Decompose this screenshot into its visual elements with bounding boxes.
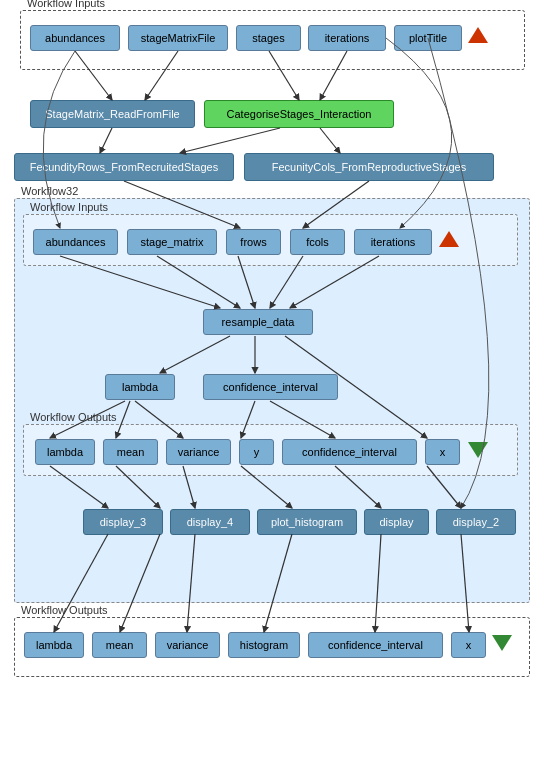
node-mean-inner: mean [103,439,158,465]
green-triangle-bottom [492,635,512,651]
node-x-bottom: x [451,632,486,658]
node-confidence-interval-bottom: confidence_interval [308,632,443,658]
svg-line-6 [180,128,280,153]
node-y-inner: y [239,439,274,465]
node-stage-matrix: stage_matrix [127,229,217,255]
green-triangle-inner [468,442,488,458]
node-display3: display_3 [83,509,163,535]
main-container: Workflow Inputs abundances stageMatrixFi… [0,0,544,772]
node-lambda-out-inner: lambda [35,439,95,465]
node-lambda-bottom: lambda [24,632,84,658]
svg-line-7 [320,128,340,153]
node-display2: display_2 [436,509,516,535]
node-variance-bottom: variance [155,632,220,658]
node-lambda-inner: lambda [105,374,175,400]
node-iterations-top: iterations [308,25,386,51]
node-confidence-interval-out-inner: confidence_interval [282,439,417,465]
node-categorisestages: CategoriseStages_Interaction [204,100,394,128]
node-iterations-inner: iterations [354,229,432,255]
node-frows: frows [226,229,281,255]
workflow-outputs-label-bottom: Workflow Outputs [21,604,108,616]
node-display: display [364,509,429,535]
node-confidence-interval-inner: confidence_interval [203,374,338,400]
node-abundances-top: abundances [30,25,120,51]
workflow-inputs-label-top: Workflow Inputs [27,0,105,9]
node-resample-data: resample_data [203,309,313,335]
node-plot-histogram: plot_histogram [257,509,357,535]
node-stagematrix-readfromfile: StageMatrix_ReadFromFile [30,100,195,128]
node-display4: display_4 [170,509,250,535]
node-stagematrixfile: stageMatrixFile [128,25,228,51]
workflow32-outputs-label: Workflow Outputs [30,411,117,423]
svg-line-5 [100,128,112,153]
workflow32-inputs-label: Workflow Inputs [30,201,108,213]
node-histogram-bottom: histogram [228,632,300,658]
node-fecunitycols: FecunityCols_FromReproductiveStages [244,153,494,181]
red-triangle-inner [439,231,459,247]
node-mean-bottom: mean [92,632,147,658]
workflow32-label: Workflow32 [21,185,78,197]
node-stages-top: stages [236,25,301,51]
node-fcols: fcols [290,229,345,255]
node-variance-inner: variance [166,439,231,465]
node-abundances-inner: abundances [33,229,118,255]
node-plottitle: plotTitle [394,25,462,51]
workflow32-box: Workflow32 Workflow Inputs abundances st… [14,198,530,603]
red-triangle-top [468,27,488,43]
node-fecundityrows: FecundityRows_FromRecruitedStages [14,153,234,181]
node-x-inner: x [425,439,460,465]
